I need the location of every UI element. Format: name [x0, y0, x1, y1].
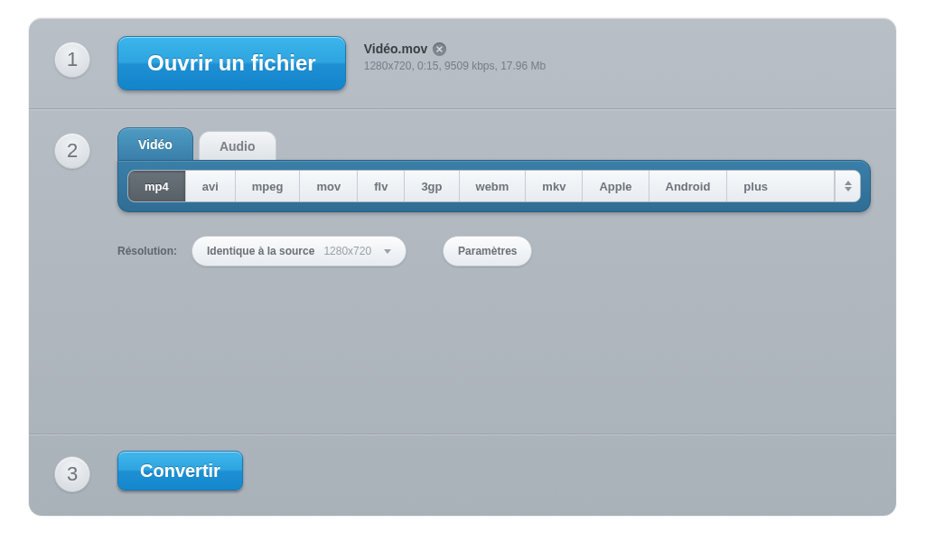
file-details: 1280x720, 0:15, 9509 kbps, 17.96 Mb: [364, 60, 547, 72]
chevron-down-icon: [384, 249, 391, 254]
open-file-button[interactable]: Ouvrir un fichier: [117, 36, 346, 90]
format-option-avi[interactable]: avi: [186, 171, 236, 201]
resolution-value: Identique à la source: [207, 245, 314, 257]
format-tabs: Vidéo Audio: [117, 127, 871, 160]
format-bar-container: mp4 avi mpeg mov flv 3gp webm mkv Apple …: [117, 160, 871, 212]
format-option-mp4[interactable]: mp4: [128, 171, 186, 201]
step-3-number: 3: [54, 456, 90, 492]
file-name-row: Vidéo.mov: [364, 42, 547, 56]
file-name: Vidéo.mov: [364, 42, 428, 56]
chevron-up-icon: [845, 181, 852, 185]
resolution-label: Résolution:: [117, 245, 177, 257]
remove-file-icon[interactable]: [433, 42, 446, 56]
tab-video[interactable]: Vidéo: [117, 127, 193, 160]
resolution-dropdown[interactable]: Identique à la source 1280x720: [192, 236, 406, 266]
resolution-dims: 1280x720: [323, 245, 371, 257]
file-meta: Vidéo.mov 1280x720, 0:15, 9509 kbps, 17.…: [364, 36, 547, 72]
format-scroll-stepper[interactable]: [835, 171, 860, 201]
format-option-mov[interactable]: mov: [300, 171, 358, 201]
format-option-plus[interactable]: plus: [727, 171, 835, 201]
format-option-android[interactable]: Android: [649, 171, 728, 201]
tab-audio[interactable]: Audio: [199, 131, 276, 160]
format-option-webm[interactable]: webm: [460, 171, 527, 201]
format-option-flv[interactable]: flv: [358, 171, 405, 201]
format-option-mpeg[interactable]: mpeg: [236, 171, 301, 201]
format-option-3gp[interactable]: 3gp: [405, 171, 459, 201]
converter-panel: 1 Ouvrir un fichier Vidéo.mov 1280x720, …: [29, 18, 896, 516]
format-bar: mp4 avi mpeg mov flv 3gp webm mkv Apple …: [127, 170, 861, 202]
step-2-body: Vidéo Audio mp4 avi mpeg mov flv 3gp web…: [117, 127, 871, 266]
step-2-number: 2: [54, 133, 90, 169]
resolution-row: Résolution: Identique à la source 1280x7…: [117, 236, 871, 266]
step-2: 2 Vidéo Audio mp4 avi mpeg mov flv 3gp w…: [29, 108, 896, 434]
format-option-apple[interactable]: Apple: [583, 171, 649, 201]
step-1: 1 Ouvrir un fichier Vidéo.mov 1280x720, …: [29, 18, 896, 108]
settings-button-label: Paramètres: [458, 245, 517, 257]
format-option-mkv[interactable]: mkv: [526, 171, 583, 201]
convert-button[interactable]: Convertir: [117, 451, 243, 490]
settings-button[interactable]: Paramètres: [443, 236, 532, 266]
step-1-number: 1: [54, 42, 90, 78]
chevron-down-icon: [845, 187, 852, 191]
step-3: 3 Convertir: [29, 434, 896, 516]
